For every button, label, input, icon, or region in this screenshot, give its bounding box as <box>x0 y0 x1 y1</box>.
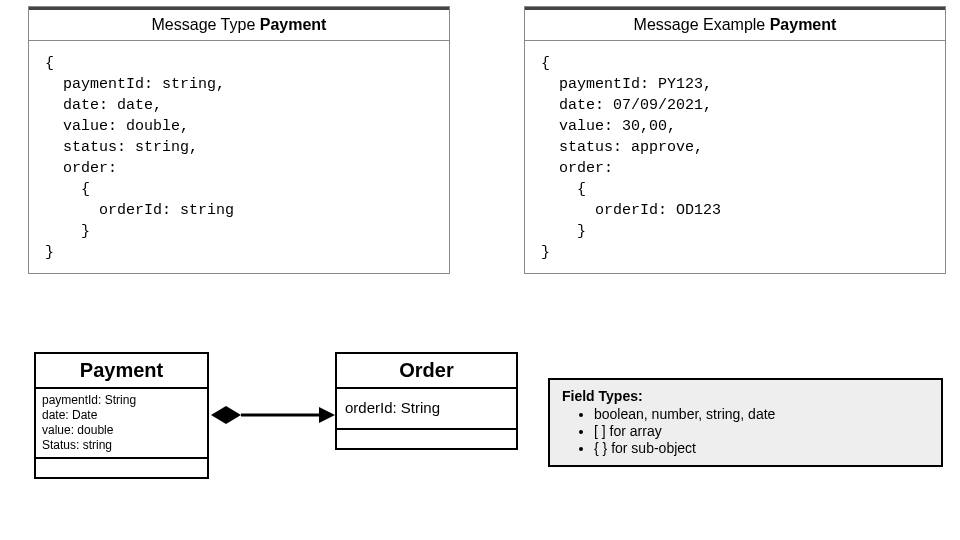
legend-item: { } for sub-object <box>594 440 929 456</box>
uml-payment-title: Payment <box>36 354 207 389</box>
uml-order-ops <box>337 430 516 448</box>
field-types-legend: Field Types: boolean, number, string, da… <box>548 378 943 467</box>
uml-payment-attrs: paymentId: String date: Date value: doub… <box>36 389 207 459</box>
legend-title: Field Types: <box>562 388 929 404</box>
message-type-box: Message Type Payment { paymentId: string… <box>28 6 450 274</box>
message-example-title-prefix: Message Example <box>634 16 770 33</box>
arrowhead-icon <box>319 407 335 423</box>
legend-item: boolean, number, string, date <box>594 406 929 422</box>
legend-item: [ ] for array <box>594 423 929 439</box>
message-example-body: { paymentId: PY123, date: 07/09/2021, va… <box>525 41 945 273</box>
uml-order-title: Order <box>337 354 516 389</box>
message-type-title-bold: Payment <box>260 16 327 33</box>
uml-class-order: Order orderId: String <box>335 352 518 450</box>
message-example-header: Message Example Payment <box>525 7 945 41</box>
uml-payment-ops <box>36 459 207 477</box>
message-type-body: { paymentId: string, date: date, value: … <box>29 41 449 273</box>
message-example-title-bold: Payment <box>770 16 837 33</box>
message-example-box: Message Example Payment { paymentId: PY1… <box>524 6 946 274</box>
message-type-title-prefix: Message Type <box>152 16 260 33</box>
uml-order-attrs: orderId: String <box>337 389 516 430</box>
uml-class-payment: Payment paymentId: String date: Date val… <box>34 352 209 479</box>
composition-diamond-icon <box>211 406 241 424</box>
legend-list: boolean, number, string, date [ ] for ar… <box>562 406 929 456</box>
message-type-header: Message Type Payment <box>29 7 449 41</box>
